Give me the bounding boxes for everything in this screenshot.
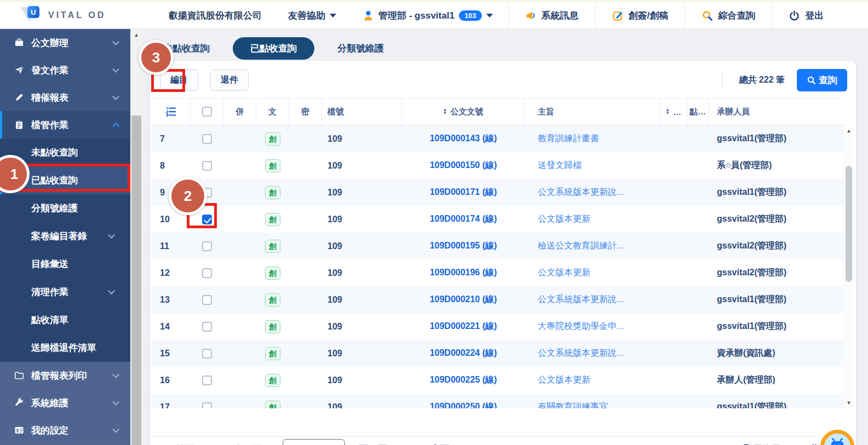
row-checkbox[interactable] [202,349,212,359]
sidebar-subitem-classification-maintenance[interactable]: 分類號維護 [0,194,130,222]
page-scrollbar[interactable]: ▲ [130,29,142,445]
pagination-last[interactable]: 末頁 [430,443,449,445]
handler-name: gssvital1(管理部) [709,187,845,198]
row-checkbox[interactable] [202,322,212,332]
pagination-next-label: 下一頁 [359,443,387,445]
doc-number-link[interactable]: 109D000150 (線) [402,160,525,171]
subject-link[interactable]: 送發文歸檔 [525,160,660,171]
nav-logout[interactable]: 登出 [772,2,840,28]
row-checkbox[interactable] [202,134,212,144]
sidebar-item-outgoing-docs[interactable]: 發文作業 [0,56,130,84]
file-number: 109 [322,268,402,278]
nav-global-search[interactable]: 綜合查詢 [685,2,772,28]
pagination-first[interactable]: 首頁 [175,443,194,445]
doc-number-link[interactable]: 109D000196 (線) [402,267,525,279]
subject-link[interactable]: 檢送公文教育訓練計... [525,240,660,252]
sidebar-subitem-file-cataloging[interactable]: 案卷編目著錄 [0,222,130,250]
select-all-checkbox[interactable] [202,107,212,117]
column-header-doc[interactable]: 文 [256,99,289,125]
subject-link[interactable]: 公文系統版本更新說... [525,187,660,198]
tab-classification-maintenance[interactable]: 分類號維護 [335,37,386,60]
column-header-secret[interactable]: 密 [289,99,322,125]
sidebar-subitem-cleanup-operations[interactable]: 清理作業 [0,278,130,306]
app-root: U VITAL OD 叡揚資訊股份有限公司 友善協助 管理部 - gssvita… [0,0,868,445]
table-row: 11創109109D000195 (線)檢送公文教育訓練計...gssvital… [151,233,845,259]
column-header-handler[interactable]: 承辦人員 [709,99,845,125]
doc-number-link[interactable]: 109D000221 (線) [402,321,525,332]
doc-number-link[interactable]: 109D000225 (線) [402,374,525,386]
sort-icon[interactable]: ▲▼ [443,108,447,115]
notification-badge: 103 [459,10,482,21]
tab-received-query[interactable]: 已點收查詢 [233,37,314,60]
subject-link[interactable]: 公文版本更新 [525,213,660,225]
sort-icon[interactable]: ▲▼ [665,108,670,115]
doc-number-link[interactable]: 109D000250 (線) [402,401,525,408]
subject-link[interactable]: 大專院校獎助學金申... [525,321,660,332]
id-card-icon [14,425,24,435]
row-checkbox[interactable] [202,268,212,278]
subject-link[interactable]: 公文版本更新 [525,267,660,279]
created-badge: 創 [265,240,280,253]
sidebar-subitem-catalog-transfer[interactable]: 目錄彙送 [0,250,130,278]
doc-number-link[interactable]: 109D000143 (線) [402,133,525,145]
row-checkbox[interactable] [202,241,212,251]
subject-link[interactable]: 教育訓練計畫書 [525,133,660,145]
file-number: 109 [322,322,402,332]
created-badge: 創 [265,159,280,172]
chevron-down-icon [112,66,119,73]
column-header-merge[interactable]: 併 [223,99,256,125]
nav-create-draft[interactable]: 創簽/創稿 [595,2,685,28]
doc-number-link[interactable]: 109D000195 (線) [402,240,525,252]
search-button[interactable]: 查詢 [797,69,847,91]
column-header-list[interactable] [151,99,191,125]
file-number: 109 [322,295,402,305]
sidebar-item-audit-reports[interactable]: 稽催報表 [0,84,130,111]
column-header-doc-no[interactable]: ▲▼ 公文文號 [402,99,525,125]
pagination-next[interactable]: 下一頁 [359,443,396,445]
sidebar-item-archive-management[interactable]: 檔管作業 [0,111,130,138]
sidebar-subitem-returned-archive-list[interactable]: 送歸檔退件清單 [0,334,130,362]
doc-number-link[interactable]: 109D000171 (線) [402,187,525,198]
chevron-down-icon [112,93,119,100]
logo[interactable]: U VITAL OD [0,6,164,25]
sidebar-item-my-settings[interactable]: 我的設定 [0,417,130,444]
doc-number-link[interactable]: 109D000174 (線) [402,213,525,225]
doc-number-link[interactable]: 109D000224 (線) [402,348,525,359]
row-checkbox[interactable] [202,295,212,305]
user-menu[interactable]: 管理部 - gssvital1 103 [363,9,493,22]
row-number: 11 [151,241,191,251]
sidebar-item-official-docs[interactable]: 公文辦理 [0,29,130,56]
column-header-file-no[interactable]: 檔號 [322,99,402,125]
help-menu[interactable]: 友善協助 [288,9,336,22]
row-checkbox[interactable] [202,161,212,171]
table-scrollbar-thumb[interactable] [846,166,852,282]
scroll-up-arrow-icon[interactable]: ▲ [130,29,142,40]
subject-link[interactable]: 有關教育訓練事宜 [525,401,660,408]
page-scrollbar-thumb[interactable] [131,115,141,445]
doc-number-link[interactable]: 109D000210 (線) [402,294,525,305]
column-header-subject[interactable]: 主旨 [525,99,660,125]
reject-button[interactable]: 退件 [210,70,249,91]
table-scrollbar[interactable]: ▲ ▼ [844,126,854,407]
sidebar-item-label: 清理作業 [31,286,109,298]
table-row: 16創109109D000225 (線)公文版本更新承辦人(管理部) [151,367,845,394]
file-number: 109 [322,402,402,409]
sidebar-item-archive-report-print[interactable]: 檔管報表列印 [0,362,130,389]
row-checkbox[interactable] [202,402,212,409]
doc-type-cell: 創 [256,347,289,360]
doc-type-cell: 創 [256,320,289,333]
scroll-up-arrow-icon[interactable]: ▲ [844,126,854,135]
subject-link[interactable]: 公文版本更新 [525,374,660,386]
scroll-down-arrow-icon[interactable]: ▼ [844,398,854,407]
pagination-prev[interactable]: 上一頁 [225,443,262,445]
sidebar-subitem-receipt-list[interactable]: 點收清單 [0,306,130,334]
column-header-truncated[interactable]: ▲▼ … [660,99,687,125]
row-number: 12 [151,268,191,278]
subject-link[interactable]: 公文系統版本更新說... [525,294,660,305]
subject-link[interactable]: 公文系統版本更新說... [525,348,660,359]
page-select[interactable]: 1 [283,439,345,445]
sidebar-item-system-maintenance[interactable]: 系統維護 [0,389,130,417]
row-checkbox[interactable] [202,375,212,385]
nav-system-messages[interactable]: 系統訊息 [508,2,595,28]
column-header-point[interactable]: 點… [687,99,709,125]
